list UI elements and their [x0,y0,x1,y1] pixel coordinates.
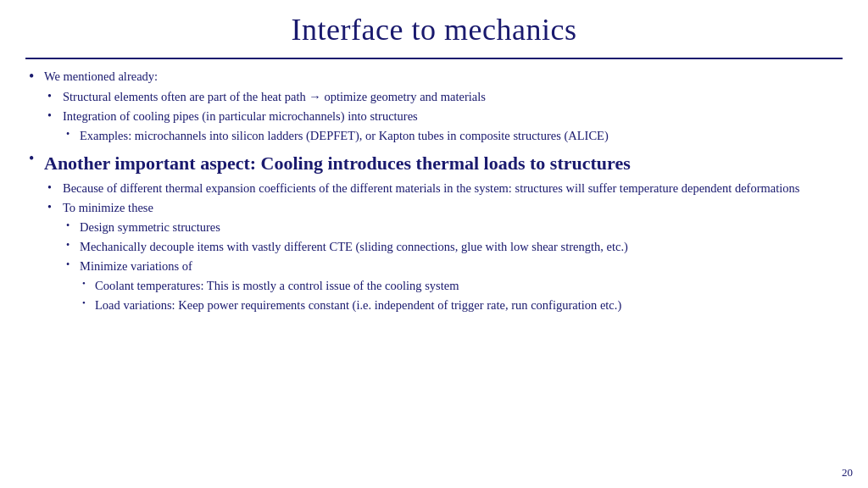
item-text: Examples: microchannels into silicon lad… [80,129,609,142]
sub-list: Because of different thermal expansion c… [44,180,843,314]
list-item: Another important aspect: Cooling introd… [25,150,843,314]
item-text: Minimize variations of [80,259,192,273]
item-text-big: Another important aspect: Cooling introd… [44,152,631,174]
list-item: To minimize these Design symmetric struc… [44,199,843,314]
list-item: Design symmetric structures [63,219,843,236]
sub-list: Structural elements often are part of th… [44,88,843,145]
title-divider [25,58,843,59]
main-list: We mentioned already: Structural element… [25,68,843,314]
sub-sub-list: Examples: microchannels into silicon lad… [63,127,843,145]
list-item: Integration of cooling pipes (in particu… [44,108,843,145]
title-area: Interface to mechanics [25,0,843,54]
list-item: Mechanically decouple items with vastly … [63,238,843,256]
item-text: To minimize these [63,201,153,214]
item-text: Design symmetric structures [80,220,220,234]
page-number: 20 [842,466,853,480]
item-text: We mentioned already: [44,69,158,83]
list-item: Structural elements often are part of th… [44,88,843,106]
sub-sub-list: Design symmetric structures Mechanically… [63,219,843,314]
item-text: Structural elements often are part of th… [63,90,486,103]
item-text: Load variations: Keep power requirements… [95,298,621,312]
item-text: Coolant temperatures: This is mostly a c… [95,279,459,292]
slide: Interface to mechanics We mentioned alre… [0,0,868,488]
list-item: Coolant temperatures: This is mostly a c… [80,277,843,295]
item-text: Integration of cooling pipes (in particu… [63,109,418,123]
list-item: Minimize variations of Coolant temperatu… [63,258,843,314]
slide-title: Interface to mechanics [25,12,843,47]
list-item: Examples: microchannels into silicon lad… [63,127,843,145]
sub-sub-sub-list: Coolant temperatures: This is mostly a c… [80,277,843,314]
list-item: Load variations: Keep power requirements… [80,297,843,314]
list-item: We mentioned already: Structural element… [25,68,843,145]
slide-content: We mentioned already: Structural element… [25,68,843,471]
item-text: Mechanically decouple items with vastly … [80,240,628,253]
list-item: Because of different thermal expansion c… [44,180,843,197]
item-text: Because of different thermal expansion c… [63,181,799,195]
